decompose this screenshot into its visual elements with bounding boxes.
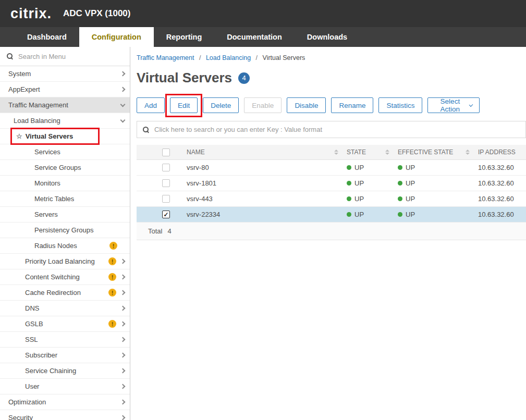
sidebar-item-load-balancing[interactable]: Load Balancing: [0, 113, 130, 129]
sidebar-item-label: AppExpert: [8, 85, 40, 93]
sidebar-item-system[interactable]: System: [0, 66, 130, 82]
tab-label: Reporting: [166, 33, 202, 41]
state-value: UP: [354, 211, 364, 218]
sidebar-item-radius-nodes[interactable]: Radius Nodes !: [0, 238, 130, 254]
sidebar-item-label: Radius Nodes: [34, 242, 77, 250]
chevron-right-icon: [120, 87, 126, 92]
status-up-icon: [398, 196, 402, 201]
column-header-effective-state[interactable]: EFFECTIVE STATE: [398, 149, 453, 156]
status-up-icon: [347, 212, 351, 217]
row-checkbox[interactable]: [162, 195, 170, 203]
sidebar-item-security[interactable]: Security: [0, 410, 130, 420]
breadcrumb-current: Virtual Servers: [263, 54, 305, 61]
sidebar-item-label: System: [8, 70, 31, 78]
table-row[interactable]: vsrv-80 UP UP 10.63.32.60: [137, 160, 526, 176]
sidebar-item-service-chaining[interactable]: Service Chaining: [0, 363, 130, 379]
chevron-right-icon: [120, 368, 126, 374]
delete-button[interactable]: Delete: [203, 97, 239, 113]
row-checkbox[interactable]: [162, 179, 170, 187]
sidebar-item-label: Service Chaining: [25, 367, 76, 375]
sidebar-item-label: Metric Tables: [34, 195, 74, 203]
table-row[interactable]: vsrv-443 UP UP 10.63.32.60: [137, 191, 526, 207]
table-row[interactable]: ✓ vsrv-22334 UP UP 10.63.32.60: [137, 207, 526, 223]
rename-button[interactable]: Rename: [331, 97, 373, 113]
sidebar-item-label: Load Balancing: [14, 117, 60, 125]
sidebar-item-optimization[interactable]: Optimization: [0, 394, 130, 410]
table-search-bar: [137, 121, 526, 138]
table-search-input[interactable]: [154, 126, 520, 133]
sidebar: System AppExpert Traffic Management Load…: [0, 47, 130, 420]
tab-reporting[interactable]: Reporting: [154, 27, 214, 47]
sidebar-item-persistency-groups[interactable]: Persistency Groups: [0, 223, 130, 238]
sidebar-item-servers[interactable]: Servers: [0, 207, 130, 223]
sidebar-item-dns[interactable]: DNS: [0, 301, 130, 316]
status-up-icon: [398, 212, 402, 217]
table-row[interactable]: vsrv-1801 UP UP 10.63.32.60: [137, 176, 526, 191]
select-all-checkbox[interactable]: [162, 149, 170, 156]
breadcrumb-traffic-management[interactable]: Traffic Management: [137, 54, 194, 61]
ip-address-value: 10.63.32.60: [478, 195, 526, 203]
sidebar-item-user[interactable]: User: [0, 379, 130, 394]
sort-icon[interactable]: [466, 150, 470, 155]
effective-state-value: UP: [406, 195, 415, 203]
row-checkbox[interactable]: [162, 164, 170, 171]
column-header-state[interactable]: STATE: [347, 149, 366, 156]
row-checkbox[interactable]: ✓: [162, 211, 170, 218]
add-button[interactable]: Add: [137, 97, 165, 113]
sidebar-item-service-groups[interactable]: Service Groups: [0, 160, 130, 176]
tab-label: Downloads: [307, 33, 347, 41]
warning-icon: !: [108, 257, 116, 265]
sidebar-item-priority-load-balancing[interactable]: Priority Load Balancing !: [0, 254, 130, 269]
appliance-title: ADC VPX (1000): [63, 8, 130, 19]
sort-icon[interactable]: [385, 150, 389, 155]
citrix-logo: citrix.: [10, 6, 52, 22]
tab-configuration[interactable]: Configuration: [79, 27, 154, 47]
table-header-row: NAME STATE EFFECTIVE STATE IP ADDRESS: [137, 145, 526, 160]
sidebar-item-gslb[interactable]: GSLB !: [0, 316, 130, 332]
statistics-button[interactable]: Statistics: [378, 97, 422, 113]
sidebar-item-metric-tables[interactable]: Metric Tables: [0, 191, 130, 207]
sidebar-item-ssl[interactable]: SSL: [0, 332, 130, 348]
select-action-label: Select Action: [435, 97, 465, 113]
sidebar-item-monitors[interactable]: Monitors: [0, 176, 130, 191]
select-action-dropdown[interactable]: Select Action: [427, 97, 480, 113]
sidebar-item-label: Optimization: [8, 398, 46, 406]
state-value: UP: [354, 179, 364, 187]
status-up-icon: [398, 165, 402, 170]
sidebar-search-input[interactable]: [18, 53, 124, 60]
tab-documentation[interactable]: Documentation: [214, 27, 295, 47]
chevron-right-icon: [120, 353, 126, 358]
disable-button[interactable]: Disable: [287, 97, 326, 113]
tab-dashboard[interactable]: Dashboard: [15, 27, 79, 47]
sort-icon[interactable]: [334, 150, 338, 155]
breadcrumb-load-balancing[interactable]: Load Balancing: [206, 54, 251, 61]
search-icon: [6, 53, 14, 60]
column-header-ip-address[interactable]: IP ADDRESS: [478, 149, 516, 156]
star-icon: ☆: [16, 132, 22, 140]
table-total-row: Total 4: [137, 223, 526, 240]
sidebar-item-traffic-management[interactable]: Traffic Management: [0, 97, 130, 113]
edit-button[interactable]: Edit: [170, 97, 198, 113]
toolbar: Add Edit Delete Enable Disable Rename St…: [137, 97, 526, 113]
column-header-name[interactable]: NAME: [187, 149, 205, 156]
search-icon: [142, 126, 150, 133]
warning-icon: !: [108, 289, 116, 297]
sidebar-item-appexpert[interactable]: AppExpert: [0, 82, 130, 97]
effective-state-value: UP: [406, 164, 415, 171]
warning-icon: !: [108, 320, 116, 328]
sidebar-item-subscriber[interactable]: Subscriber: [0, 348, 130, 363]
vserver-name: vsrv-80: [187, 164, 347, 171]
virtual-servers-table: NAME STATE EFFECTIVE STATE IP ADDRESS vs…: [137, 145, 526, 240]
sidebar-item-cache-redirection[interactable]: Cache Redirection !: [0, 285, 130, 301]
state-value: UP: [354, 195, 364, 203]
sidebar-item-content-switching[interactable]: Content Switching !: [0, 269, 130, 285]
sidebar-item-services[interactable]: Services: [0, 144, 130, 160]
check-icon: ✓: [163, 211, 168, 218]
tab-downloads[interactable]: Downloads: [295, 27, 360, 47]
total-value: 4: [167, 227, 171, 235]
sidebar-item-label: Service Groups: [34, 164, 81, 171]
chevron-right-icon: [120, 275, 126, 280]
sidebar-item-label: DNS: [25, 304, 39, 312]
sidebar-item-virtual-servers[interactable]: ☆ Virtual Servers: [0, 129, 130, 144]
chevron-right-icon: [120, 322, 126, 327]
